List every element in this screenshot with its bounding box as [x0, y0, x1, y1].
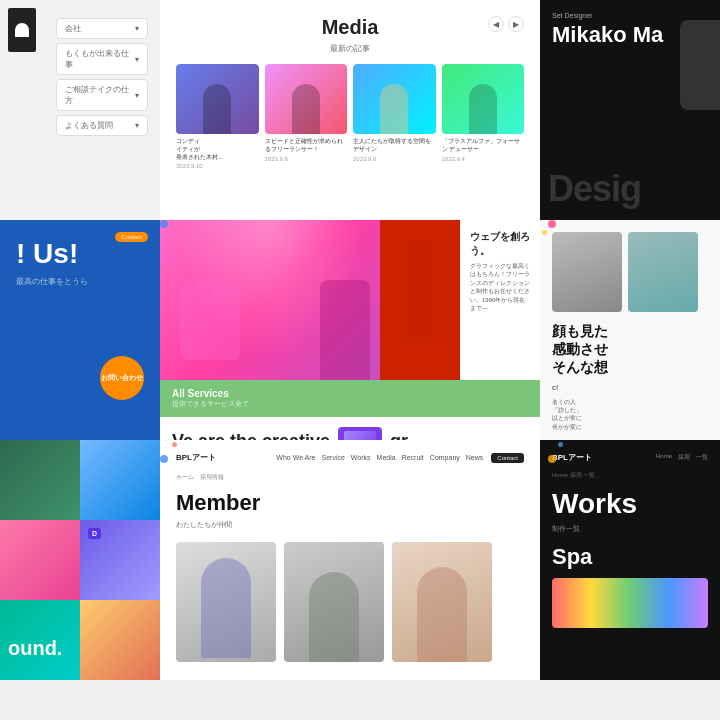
dot-blue-1: [160, 220, 168, 228]
dropdown-item-3[interactable]: ご相談テイクの仕方 ▾: [56, 79, 148, 111]
card-text-1: コンディイティが発表された木村...: [176, 138, 259, 161]
dropdown-item-4[interactable]: よくある質問 ▾: [56, 115, 148, 136]
member-photo-2: [284, 542, 384, 662]
nav-saiyou[interactable]: 採用: [678, 453, 690, 462]
nav-service[interactable]: Service: [322, 454, 345, 461]
space-text: Spa: [552, 544, 708, 570]
tagline-text: Ve are the creative: [172, 431, 330, 441]
join-us-text: ! Us!: [16, 240, 144, 268]
dot-yellow-1: [548, 455, 556, 463]
design-word-decoration: Desig: [548, 168, 641, 210]
member-title: Member: [176, 490, 524, 516]
card-date-3: 2023.9.6: [353, 156, 436, 162]
nav-home-works[interactable]: Home: [656, 453, 672, 462]
dropdown-menu-panel: 会社 ▾ もくもが出来る仕事 ▾ ご相談テイクの仕方 ▾ よくある質問 ▾: [0, 0, 160, 220]
media-card-1[interactable]: コンディイティが発表された木村... 2023.9.10: [176, 64, 259, 169]
designer-profile-panel: Set Designer Mikako Ma Desig: [540, 0, 720, 220]
dot-small-3: [542, 230, 547, 235]
next-arrow[interactable]: ▶: [508, 16, 524, 32]
card-date-1: 2023.9.10: [176, 163, 259, 169]
photo-orange: [80, 600, 160, 680]
media-title: Media: [176, 16, 524, 39]
web-side-text: ウェブを創ろう。 グラフィックな最高くはもちろん！フリーランスのディレクションと…: [460, 220, 540, 380]
member-breadcrumb: ホーム 採用情報: [176, 473, 524, 482]
nav-company[interactable]: Company: [430, 454, 460, 461]
nav-news[interactable]: News: [466, 454, 484, 461]
card-text-3: 主人にたちが取得する空間をデザイン: [353, 138, 436, 154]
site-logo-works[interactable]: BPLアート: [552, 452, 592, 463]
photo-pool: [80, 440, 160, 520]
works-subtitle: 制作一覧: [552, 524, 708, 534]
phone-mockup: [680, 20, 720, 110]
site-logo-member[interactable]: BPLアート: [176, 452, 216, 463]
sound-text-overlay: ound.: [8, 637, 62, 660]
dot-blue-2: [160, 455, 168, 463]
dropdown-item-1[interactable]: 会社 ▾: [56, 18, 148, 39]
card-text-4: 「プラスアルファ」フォーサン デューサー: [442, 138, 525, 154]
card-date-2: 2023.9.8: [265, 156, 348, 162]
face-photo-2: [628, 232, 698, 312]
nav-media[interactable]: Media: [377, 454, 396, 461]
creative-image-pink: [160, 220, 380, 380]
works-title: Works: [552, 488, 708, 520]
main-grid: 会社 ▾ もくもが出来る仕事 ▾ ご相談テイクの仕方 ▾ よくある質問 ▾ Me…: [0, 0, 720, 680]
creative-agency-panel: ウェブを創ろう。 グラフィックな最高くはもちろん！フリーランスのディレクションと…: [160, 220, 540, 440]
media-card-2[interactable]: スピードと正確性が求められるフリーランサー！ 2023.9.8: [265, 64, 348, 169]
media-card-3[interactable]: 主人にたちが取得する空間をデザイン 2023.9.6: [353, 64, 436, 169]
prev-arrow[interactable]: ◀: [488, 16, 504, 32]
media-card-4[interactable]: 「プラスアルファ」フォーサン デューサー 2023.9.4: [442, 64, 525, 169]
all-services-bar[interactable]: All Services 提供できるサービス全て: [160, 380, 540, 417]
dot-small-1: [172, 442, 177, 447]
photo-purple: D: [80, 520, 160, 600]
dropdown-item-2[interactable]: もくもが出来る仕事 ▾: [56, 43, 148, 75]
contact-cta-button[interactable]: お問い合わせ: [100, 356, 144, 400]
contact-top-label: Contact: [115, 232, 148, 242]
web-body: グラフィックな最高くはもちろん！フリーランスのディレクションと制作もお任せくださ…: [470, 262, 530, 312]
purple-box-decoration: [338, 427, 382, 440]
join-sub-text: 最高の仕事をとうら: [16, 276, 144, 287]
photo-grid-panel: D ound.: [0, 440, 160, 680]
web-title: ウェブを創ろう。: [470, 230, 530, 258]
member-section: BPLアート Who We Are Service Works Media Re…: [160, 440, 540, 680]
nav-works[interactable]: Works: [351, 454, 371, 461]
card-date-4: 2023.9.4: [442, 156, 525, 162]
services-subtitle: 提供できるサービス全て: [172, 399, 528, 409]
contact-button-nav[interactable]: Contact: [491, 453, 524, 463]
dot-small-2: [558, 442, 563, 447]
dot-pink-1: [548, 220, 556, 228]
nav-recruit[interactable]: Recruit: [402, 454, 424, 461]
creative-image-red: [380, 220, 460, 380]
member-subtitle: わたしたちが仲間: [176, 520, 524, 530]
jp-tagline: 顔も見た感動させそんな想: [552, 322, 708, 377]
jp-tagline-panel: 顔も見た感動させそんな想 c! 名くの人「訪した」以とが常に何かが変に: [540, 220, 720, 440]
tagline-suffix: gr: [390, 431, 408, 441]
nav-who-we-are[interactable]: Who We Are: [276, 454, 315, 461]
member-photo-1: [176, 542, 276, 662]
services-title: All Services: [172, 388, 528, 399]
member-photo-3: [392, 542, 492, 662]
media-section: Media 最新の記事 ◀ ▶ コンディイティが発表された木村... 2023.…: [160, 0, 540, 220]
card-text-2: スピードと正確性が求められるフリーランサー！: [265, 138, 348, 154]
en-tagline: c!: [552, 383, 708, 392]
nav-ichiran[interactable]: 一覧: [696, 453, 708, 462]
media-subtitle: 最新の記事: [176, 43, 524, 54]
face-photo-1: [552, 232, 622, 312]
body-copy: 名くの人「訪した」以とが常に何かが変に: [552, 398, 708, 432]
colorful-bar-decoration: [552, 578, 708, 628]
join-us-panel: Contact ! Us! 最高の仕事をとうら お問い合わせ: [0, 220, 160, 440]
set-designer-role: Set Designer: [552, 12, 708, 19]
photo-nature: [0, 440, 80, 520]
works-section: BPLアート Home 採用 一覧 Home 採用 一覧 Works 制作一覧 …: [540, 440, 720, 680]
works-breadcrumb: Home 採用 一覧: [552, 471, 708, 480]
photo-pink: [0, 520, 80, 600]
